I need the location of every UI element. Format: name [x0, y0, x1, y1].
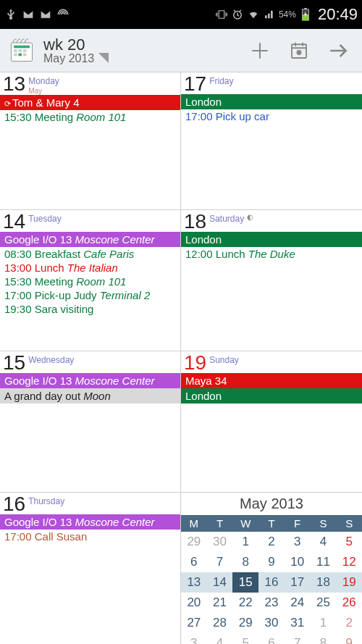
- all-day-event[interactable]: ⟳Tom & Mary 4: [0, 95, 180, 110]
- day-cell[interactable]: 14TuesdayGoogle I/O 13 Moscone Center08:…: [0, 210, 181, 351]
- mini-day[interactable]: 30: [207, 532, 233, 552]
- mini-day[interactable]: 4: [311, 532, 337, 552]
- timed-event[interactable]: 17:00 Pick up car: [181, 109, 362, 123]
- mini-day[interactable]: 20: [181, 593, 207, 613]
- vibrate-icon: [215, 8, 228, 21]
- all-day-event[interactable]: London: [181, 94, 362, 109]
- all-day-event[interactable]: London: [181, 232, 362, 247]
- week-grid: 13MondayMay⟳Tom & Mary 415:30 Meeting Ro…: [0, 72, 362, 644]
- all-day-event[interactable]: Maya 34: [181, 373, 362, 388]
- mini-day[interactable]: 7: [207, 552, 233, 572]
- mini-day[interactable]: 31: [285, 613, 311, 633]
- mini-day[interactable]: 2: [258, 532, 285, 552]
- day-name: Sunday: [209, 355, 239, 365]
- mail-icon-2: [39, 8, 52, 21]
- mini-day[interactable]: 3: [181, 633, 207, 644]
- mini-day[interactable]: 6: [181, 552, 207, 572]
- add-button[interactable]: [242, 33, 278, 69]
- mini-day[interactable]: 13: [181, 572, 207, 593]
- mini-day[interactable]: 12: [336, 552, 362, 572]
- day-cell[interactable]: 13MondayMay⟳Tom & Mary 415:30 Meeting Ro…: [0, 72, 181, 210]
- mini-day[interactable]: 29: [181, 532, 207, 552]
- weekday-head: W: [232, 515, 258, 532]
- all-day-event[interactable]: Google I/O 13 Moscone Center: [0, 232, 180, 247]
- mini-month-title: May 2013: [181, 493, 362, 515]
- mini-day[interactable]: 8: [311, 633, 337, 644]
- mini-day[interactable]: 11: [311, 552, 337, 572]
- mini-day[interactable]: 8: [232, 552, 258, 572]
- svg-rect-7: [18, 49, 22, 52]
- mini-day[interactable]: 17: [285, 572, 311, 593]
- mini-month-body: 2930123456789101112131415161718192021222…: [181, 532, 362, 644]
- event-location: The Duke: [248, 248, 295, 260]
- mini-day[interactable]: 6: [258, 633, 285, 644]
- battery-icon: [299, 8, 312, 21]
- mini-day[interactable]: 4: [207, 633, 233, 644]
- mini-day[interactable]: 14: [207, 572, 233, 593]
- next-button[interactable]: [320, 33, 356, 69]
- day-cell[interactable]: 15WednesdayGoogle I/O 13 Moscone CenterA…: [0, 351, 181, 493]
- today-button[interactable]: [281, 33, 317, 69]
- mini-day[interactable]: 15: [232, 572, 258, 593]
- mini-day[interactable]: 26: [336, 593, 362, 613]
- mini-day[interactable]: 28: [207, 613, 233, 633]
- mini-day[interactable]: 5: [336, 532, 362, 552]
- mini-day[interactable]: 3: [285, 532, 311, 552]
- mini-day[interactable]: 24: [285, 593, 311, 613]
- mini-day[interactable]: 7: [285, 633, 311, 644]
- mini-day[interactable]: 21: [207, 593, 233, 613]
- svg-rect-11: [23, 53, 27, 56]
- mini-day[interactable]: 27: [181, 613, 207, 633]
- all-day-event[interactable]: A grand day out Moon: [0, 388, 180, 403]
- mini-day[interactable]: 1: [232, 532, 258, 552]
- mini-day[interactable]: 25: [311, 593, 337, 613]
- mini-day[interactable]: 2: [336, 613, 362, 633]
- mini-month-header: MTWTFSS: [181, 515, 362, 532]
- timed-event[interactable]: 12:00 Lunch The Duke: [181, 247, 362, 261]
- usb-icon: [4, 8, 17, 21]
- mini-day[interactable]: 5: [232, 633, 258, 644]
- mini-day[interactable]: 19: [336, 572, 362, 593]
- timed-event[interactable]: 15:30 Meeting Room 101: [0, 275, 180, 288]
- timed-event[interactable]: 13:00 Lunch The Italian: [0, 261, 180, 275]
- event-location: Room 101: [76, 275, 126, 288]
- day-name: Thursday: [28, 496, 64, 506]
- dropdown-icon[interactable]: [98, 53, 109, 66]
- recur-icon: ⟳: [4, 99, 11, 108]
- mini-day[interactable]: 16: [258, 572, 285, 593]
- mini-day[interactable]: 23: [258, 593, 285, 613]
- day-sub: May: [28, 87, 59, 95]
- date-selector[interactable]: wk 20 May 2013: [43, 37, 94, 64]
- day-name: Monday: [28, 76, 59, 86]
- moon-icon: ◐: [247, 213, 253, 221]
- timed-event[interactable]: 08:30 Breakfast Cafe Paris: [0, 247, 180, 261]
- all-day-event[interactable]: London: [181, 388, 362, 403]
- day-cell[interactable]: 19SundayMaya 34London: [181, 351, 362, 493]
- timed-event[interactable]: 17:00 Pick-up Judy Terminal 2: [0, 288, 180, 302]
- timed-event[interactable]: 15:30 Meeting Room 101: [0, 110, 180, 124]
- clock-time: 20:49: [318, 5, 358, 24]
- day-number: 19: [184, 353, 206, 373]
- mini-month[interactable]: May 2013MTWTFSS2930123456789101112131415…: [181, 493, 362, 644]
- mini-day[interactable]: 29: [232, 613, 258, 633]
- day-number: 18: [184, 212, 206, 232]
- day-cell[interactable]: 18Saturday◐London12:00 Lunch The Duke: [181, 210, 362, 351]
- day-cell[interactable]: 16ThursdayGoogle I/O 13 Moscone Center17…: [0, 493, 181, 644]
- timed-event[interactable]: 17:00 Call Susan: [0, 530, 180, 543]
- signal-icon: [263, 8, 276, 21]
- mini-day[interactable]: 10: [285, 552, 311, 572]
- mini-day[interactable]: 1: [311, 613, 337, 633]
- weekday-head: T: [258, 515, 285, 532]
- all-day-event[interactable]: Google I/O 13 Moscone Center: [0, 514, 180, 530]
- mini-day[interactable]: 9: [258, 552, 285, 572]
- timed-event[interactable]: 19:30 Sara visiting: [0, 302, 180, 316]
- day-cell[interactable]: 17FridayLondon17:00 Pick up car: [181, 72, 362, 210]
- all-day-event[interactable]: Google I/O 13 Moscone Center: [0, 373, 180, 388]
- event-location: Terminal 2: [100, 289, 150, 301]
- mini-day[interactable]: 9: [336, 633, 362, 644]
- mini-day[interactable]: 22: [232, 593, 258, 613]
- app-icon[interactable]: [6, 35, 38, 67]
- month-label: May 2013: [43, 53, 94, 64]
- mini-day[interactable]: 30: [258, 613, 285, 633]
- mini-day[interactable]: 18: [311, 572, 337, 593]
